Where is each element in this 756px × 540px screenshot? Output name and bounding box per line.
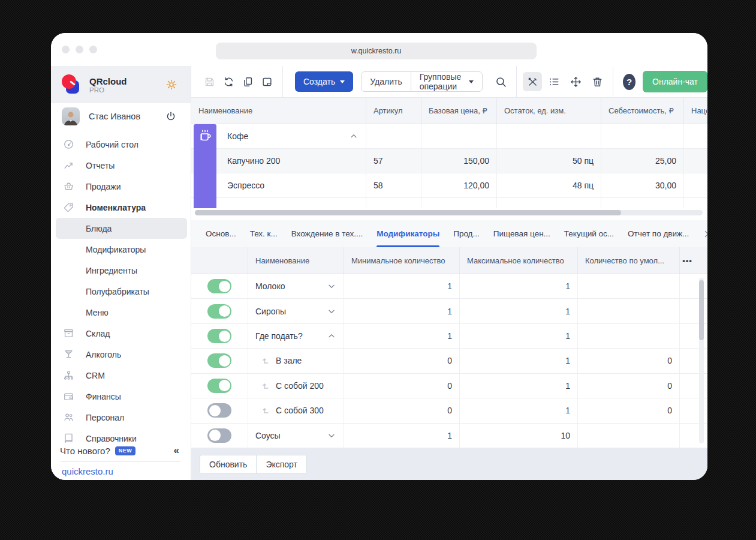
whats-new-link[interactable]: Что нового?: [60, 446, 110, 456]
column-header-name[interactable]: Наименование: [191, 98, 366, 124]
sidebar-item-продажи[interactable]: Продажи: [51, 176, 191, 197]
chevron-down-icon[interactable]: [327, 307, 336, 316]
sidebar: QRcloud PRO Стас Иванов Рабочий стол Отч…: [51, 66, 191, 480]
cell-price: 150,00: [463, 156, 489, 166]
column-header-default-qty[interactable]: Количество по умол...: [578, 247, 680, 274]
tab-тех-к-[interactable]: Тех. к...: [250, 220, 278, 247]
avatar[interactable]: [62, 107, 80, 125]
browser-chrome: w.quickresto.ru: [51, 33, 707, 66]
tab-прод-[interactable]: Прод...: [453, 220, 480, 247]
chevron-up-icon[interactable]: [327, 331, 336, 341]
close-panel-icon[interactable]: [703, 229, 707, 239]
modifier-toggle[interactable]: [207, 403, 231, 418]
sidebar-item-label: Финансы: [86, 392, 121, 401]
refresh-table-button[interactable]: Обновить: [200, 455, 256, 473]
modifier-toggle[interactable]: [207, 428, 231, 443]
export-button[interactable]: Экспорт: [256, 455, 306, 473]
theme-sun-icon[interactable]: [165, 79, 177, 91]
modifier-toggle[interactable]: [207, 379, 231, 393]
chevron-down-icon[interactable]: [327, 431, 336, 440]
modifier-toggle[interactable]: [207, 279, 231, 293]
chevron-down-icon[interactable]: [327, 281, 336, 291]
window-control-zoom[interactable]: [89, 46, 97, 53]
logout-power-icon[interactable]: [165, 111, 176, 122]
window-control-minimize[interactable]: [76, 46, 83, 53]
online-chat-button[interactable]: Онлайн-чат: [643, 71, 707, 92]
modifier-row[interactable]: Сиропы 1 1: [191, 299, 707, 323]
group-operations-dropdown[interactable]: Групповые операции: [411, 72, 483, 91]
column-header-markup[interactable]: Наце: [684, 98, 707, 124]
copy-button[interactable]: [238, 72, 257, 91]
sidebar-item-финансы[interactable]: Финансы: [51, 386, 191, 407]
sales-icon: [63, 181, 74, 192]
sidebar-item-модификаторы[interactable]: Модификаторы: [51, 239, 191, 260]
products-table-header: Наименование Артикул Базовая цена, ₽ Ост…: [191, 98, 707, 124]
column-header-cost[interactable]: Себестоимость, ₽: [601, 98, 684, 124]
tab-пищевая-цен-[interactable]: Пищевая цен...: [493, 220, 550, 247]
sidebar-item-номенклатура[interactable]: Номенклатура: [51, 197, 191, 218]
window-control-close[interactable]: [62, 46, 70, 53]
tab-label: Основ...: [206, 229, 236, 238]
tab-вхождение-в-тех-[interactable]: Вхождение в тех....: [291, 220, 363, 247]
modifier-row[interactable]: С собой 200 0 1 0: [191, 374, 707, 398]
tab-label: Пищевая цен...: [493, 229, 550, 238]
sidebar-item-рабочий-стол[interactable]: Рабочий стол: [51, 134, 191, 155]
finance-icon: [63, 391, 74, 402]
modifier-toggle[interactable]: [207, 353, 231, 368]
create-button[interactable]: Создать: [295, 71, 353, 92]
horizontal-scrollbar-thumb[interactable]: [195, 210, 621, 215]
help-button[interactable]: ?: [623, 74, 635, 90]
sidebar-item-меню[interactable]: Меню: [51, 302, 191, 323]
modifier-row[interactable]: С собой 300 0 1 0: [191, 398, 707, 423]
sidebar-item-ингредиенты[interactable]: Ингредиенты: [51, 260, 191, 281]
tools-button[interactable]: [523, 72, 542, 91]
modifier-row[interactable]: Где подать? 1 1: [191, 324, 707, 349]
window-controls[interactable]: [62, 46, 97, 53]
vertical-scrollbar-thumb[interactable]: [699, 280, 704, 340]
column-settings-button[interactable]: •••: [680, 247, 695, 274]
modifier-row[interactable]: Молоко 1 1: [191, 274, 707, 299]
tab-модификаторы[interactable]: Модификаторы: [377, 220, 439, 247]
sidebar-item-crm[interactable]: CRM: [51, 365, 191, 386]
table-row[interactable]: Эспрессо 58 120,00 48 пц 30,00: [191, 173, 707, 198]
cell-max-qty: 1: [565, 331, 570, 341]
vertical-scrollbar: [699, 278, 704, 443]
delete-button[interactable]: Удалить: [362, 72, 410, 91]
modifier-row[interactable]: В зале 0 1 0: [191, 349, 707, 373]
tab-label: Модификаторы: [377, 229, 439, 238]
sidebar-item-склад[interactable]: Склад: [51, 323, 191, 344]
cell-max-qty: 1: [565, 406, 570, 415]
sidebar-item-полуфабрикаты[interactable]: Полуфабрикаты: [51, 281, 191, 302]
column-header-stock[interactable]: Остаток, ед. изм.: [497, 98, 601, 124]
list-view-button[interactable]: [544, 72, 564, 91]
modifier-toggle[interactable]: [207, 329, 231, 343]
tab-отчет-по-движ-[interactable]: Отчет по движ...: [628, 220, 689, 247]
site-link[interactable]: quickresto.ru: [60, 462, 182, 476]
modifier-row[interactable]: Соусы 1 10: [191, 424, 707, 448]
move-button[interactable]: [566, 72, 585, 91]
table-row[interactable]: Капучино 200 57 150,00 50 пц 25,00: [191, 149, 707, 173]
column-header-min-qty[interactable]: Минимальное количество: [344, 247, 460, 274]
sidebar-item-справочники[interactable]: Справочники: [51, 428, 191, 443]
chevron-up-icon[interactable]: [349, 131, 359, 141]
sidebar-item-блюда[interactable]: Блюда: [56, 218, 187, 239]
trash-button[interactable]: [588, 72, 607, 91]
modifier-toggle[interactable]: [207, 304, 231, 319]
sidebar-collapse-icon[interactable]: «: [174, 445, 182, 457]
sidebar-item-отчеты[interactable]: Отчеты: [51, 155, 191, 176]
sidebar-item-label: Отчеты: [86, 161, 115, 170]
group-row-coffee[interactable]: Кофе: [191, 124, 707, 149]
column-header-sku[interactable]: Артикул: [366, 98, 421, 124]
browser-address-bar[interactable]: w.quickresto.ru: [216, 43, 537, 59]
tab-основ-[interactable]: Основ...: [206, 220, 236, 247]
save-button[interactable]: [200, 72, 219, 91]
sidebar-item-персонал[interactable]: Персонал: [51, 407, 191, 428]
sidebar-item-алкоголь[interactable]: Алкоголь: [51, 344, 191, 365]
column-header-price[interactable]: Базовая цена, ₽: [421, 98, 497, 124]
search-icon[interactable]: [491, 72, 510, 91]
tab-текущий-ос-[interactable]: Текущий ос...: [564, 220, 614, 247]
terminal-button[interactable]: [257, 72, 276, 91]
refresh-button[interactable]: [219, 72, 238, 91]
column-header-mod-name[interactable]: Наименование: [248, 247, 344, 274]
column-header-max-qty[interactable]: Максимальное количество: [460, 247, 578, 274]
